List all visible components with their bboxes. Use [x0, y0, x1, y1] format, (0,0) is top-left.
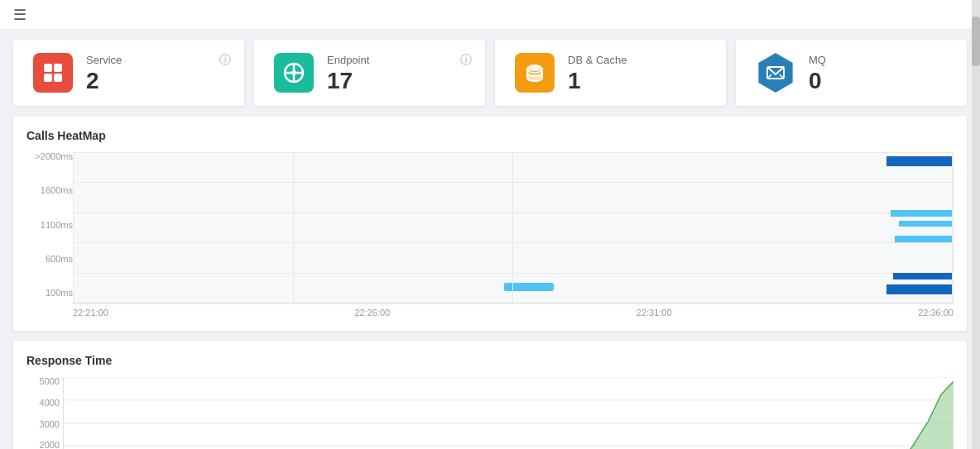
endpoint-card: Endpoint 17 ⓘ	[254, 40, 485, 106]
response-y-4000: 4000	[26, 399, 60, 408]
response-time-section: Response Time 5000 4000 3000 2000 1000 0	[13, 341, 967, 449]
svg-point-10	[527, 64, 542, 71]
mq-card: MQ 0	[736, 40, 967, 106]
response-y-2000: 2000	[26, 441, 60, 449]
endpoint-info-icon[interactable]: ⓘ	[460, 53, 472, 68]
response-chart: 5000 4000 3000 2000 1000 0	[26, 377, 954, 449]
cards-row: Service 2 ⓘ Endpoint 17 ⓘ	[0, 30, 980, 116]
menu-icon[interactable]: ☰	[13, 6, 26, 24]
service-icon-bg	[33, 53, 73, 93]
response-line-green	[64, 381, 954, 449]
svg-point-5	[291, 70, 296, 75]
db-cache-card: DB & Cache 1	[495, 40, 726, 106]
service-label: Service	[86, 54, 122, 66]
response-y-5000: 5000	[26, 377, 60, 386]
svg-rect-2	[44, 74, 52, 82]
svg-rect-3	[54, 74, 62, 82]
heatmap-y-axis: >2000ms 1600ms 1100ms 600ms 100ms	[26, 152, 73, 318]
response-y-3000: 3000	[26, 420, 60, 429]
heatmap-bar-mid1	[891, 210, 953, 217]
heatmap-section: Calls HeatMap >2000ms 1600ms 1100ms 600m…	[13, 116, 967, 331]
db-cache-value: 1	[568, 69, 627, 93]
service-card: Service 2 ⓘ	[13, 40, 244, 106]
service-info-icon[interactable]: ⓘ	[219, 53, 231, 68]
heatmap-dot-1	[504, 283, 554, 291]
heatmap-y-label-1: >2000ms	[26, 152, 73, 161]
heatmap-bar-bottom2	[893, 273, 953, 279]
service-value: 2	[86, 69, 122, 93]
response-y-axis: 5000 4000 3000 2000 1000 0	[26, 377, 63, 449]
response-area-green	[64, 381, 954, 449]
heatmap-bar-mid2	[899, 221, 953, 227]
heatmap-bar-bottom1	[886, 284, 953, 294]
mq-label: MQ	[809, 54, 826, 66]
scrollbar[interactable]	[972, 0, 980, 449]
heatmap-bar-mid3	[895, 236, 953, 242]
endpoint-info: Endpoint 17	[327, 54, 369, 93]
heatmap-chart-area: 22:21:00 22:26:00 22:31:00 22:36:00	[73, 152, 954, 318]
heatmap-x-label-4: 22:36:00	[918, 308, 954, 318]
heatmap-y-label-4: 600ms	[26, 255, 73, 264]
response-time-title: Response Time	[26, 354, 954, 367]
heatmap-x-label-2: 22:26:00	[354, 308, 390, 318]
grid-icon	[41, 61, 65, 84]
heatmap-x-axis: 22:21:00 22:26:00 22:31:00 22:36:00	[73, 304, 954, 318]
endpoint-label: Endpoint	[327, 54, 369, 66]
heatmap-bar-top	[886, 156, 953, 166]
heatmap-y-label-5: 100ms	[26, 289, 73, 298]
endpoint-value: 17	[327, 69, 369, 93]
scrollbar-thumb[interactable]	[972, 17, 980, 66]
database-icon	[523, 61, 546, 84]
mail-icon	[764, 61, 787, 84]
service-info: Service 2	[86, 54, 122, 93]
endpoint-icon-bg	[274, 53, 314, 93]
heatmap-container: >2000ms 1600ms 1100ms 600ms 100ms	[26, 152, 954, 318]
heatmap-grid	[73, 152, 954, 304]
db-cache-info: DB & Cache 1	[568, 54, 627, 93]
top-bar: ☰	[0, 0, 980, 30]
heatmap-x-label-3: 22:31:00	[637, 308, 672, 318]
response-chart-svg-area	[63, 377, 954, 449]
network-icon	[282, 61, 305, 84]
db-icon-bg	[515, 53, 555, 93]
response-time-svg	[63, 377, 954, 449]
heatmap-x-label-1: 22:21:00	[73, 308, 108, 318]
db-cache-label: DB & Cache	[568, 54, 627, 66]
mq-icon-bg	[756, 53, 795, 93]
heatmap-y-label-2: 1600ms	[26, 186, 73, 195]
svg-rect-1	[54, 64, 62, 72]
mq-info: MQ 0	[809, 54, 826, 93]
heatmap-title: Calls HeatMap	[26, 129, 954, 142]
mq-value: 0	[809, 69, 826, 93]
heatmap-y-label-3: 1100ms	[26, 221, 73, 230]
svg-rect-0	[44, 64, 52, 72]
